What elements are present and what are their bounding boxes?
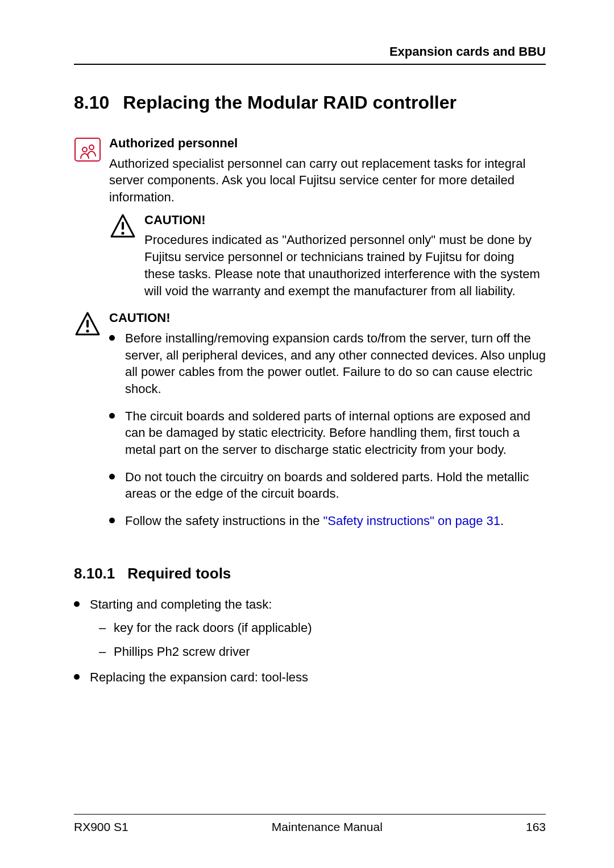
section-number: 8.10 [74,92,109,113]
personnel-icon [74,136,101,163]
svg-point-2 [89,145,94,150]
section-title: 8.10 Replacing the Modular RAID controll… [74,92,546,113]
section-title-text: Replacing the Modular RAID controller [123,92,457,113]
tools-sublist: key for the rack doors (if applicable) P… [90,619,546,662]
list-item: The circuit boards and soldered parts of… [109,408,546,458]
subsection-title-text: Required tools [127,565,231,582]
list-item: key for the rack doors (if applicable) [90,619,546,637]
tools-list: Starting and completing the task: key fo… [74,596,546,687]
subsection-number: 8.10.1 [74,565,115,582]
caution-inner-text: Procedures indicated as "Authorized pers… [144,232,546,299]
caution-last-prefix: Follow the safety instructions in the [125,514,323,528]
authorized-body: Authorized personnel Authorized speciali… [109,135,546,299]
caution-last-suffix: . [500,514,504,528]
svg-rect-3 [122,222,124,230]
authorized-text: Authorized specialist personnel can carr… [109,155,546,206]
safety-instructions-link[interactable]: "Safety instructions" on page 31 [323,514,501,528]
caution-inner-body: CAUTION! Procedures indicated as "Author… [144,212,546,299]
list-item: Phillips Ph2 screw driver [90,643,546,661]
footer-center: Maintenance Manual [272,820,383,834]
footer-right: 163 [526,820,546,834]
page-footer: RX900 S1 Maintenance Manual 163 [74,814,546,834]
caution-icon [74,311,101,338]
authorized-heading: Authorized personnel [109,135,546,152]
caution-inner-heading: CAUTION! [144,212,546,229]
caution-inner-block: CAUTION! Procedures indicated as "Author… [109,212,546,299]
svg-point-1 [82,147,87,152]
list-item: Do not touch the circuitry on boards and… [109,469,546,502]
svg-point-6 [86,330,89,333]
svg-rect-5 [86,320,89,328]
caution-bullet-list: Before installing/removing expansion car… [109,330,546,530]
tool-item-text: Starting and completing the task: [90,597,272,611]
footer-left: RX900 S1 [74,820,128,834]
list-item: Starting and completing the task: key fo… [74,596,546,661]
list-item: Before installing/removing expansion car… [109,330,546,398]
subsection-title: 8.10.1 Required tools [74,565,546,582]
caution-outer-block: CAUTION! Before installing/removing expa… [74,309,546,540]
list-item: Follow the safety instructions in the "S… [109,512,546,530]
caution-outer-body: CAUTION! Before installing/removing expa… [109,309,546,540]
list-item: Replacing the expansion card: tool-less [74,669,546,687]
svg-point-4 [121,232,124,234]
authorized-block: Authorized personnel Authorized speciali… [74,135,546,299]
running-head: Expansion cards and BBU [74,44,546,65]
caution-icon [109,213,136,240]
page: Expansion cards and BBU 8.10 Replacing t… [0,0,614,868]
caution-outer-heading: CAUTION! [109,309,546,326]
tool-item-text: Replacing the expansion card: tool-less [90,670,308,684]
